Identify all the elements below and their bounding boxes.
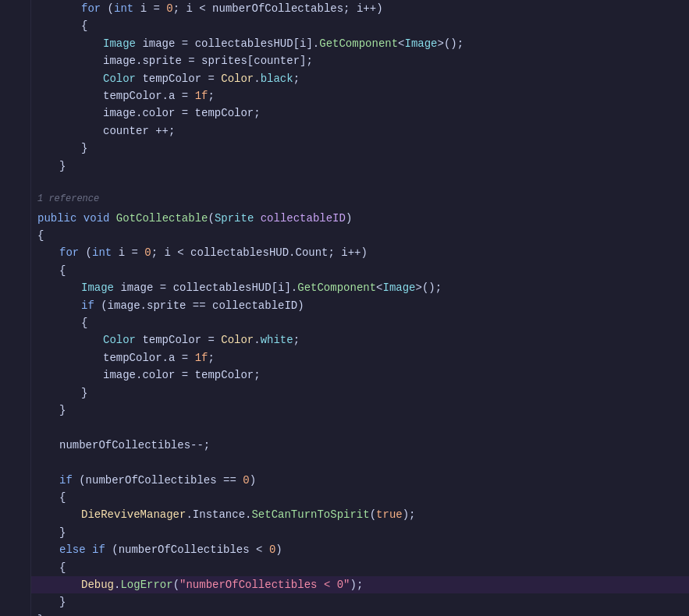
token-var: numberOfCollectibles [59,437,190,454]
token-punc: ); [403,506,416,523]
gutter-line [0,437,30,454]
code-line: { [31,227,689,244]
token-type: Color [103,331,136,349]
code-line: Color tempColor = Color.white; [31,331,689,349]
token-var [109,210,115,227]
gutter-line [0,0,30,17]
code-line: { [31,17,689,34]
token-type: Image [383,279,416,296]
token-kw: if [59,472,73,489]
token-punc: ; [204,437,210,454]
token-punc: ) [346,210,352,227]
token-kw: if [81,297,94,314]
token-bool: true [376,506,403,523]
token-punc: ( [208,210,214,227]
code-line: image.color = tempColor; [31,104,689,122]
code-line: Color tempColor = Color.black; [31,70,689,87]
gutter-line [0,210,30,227]
token-var: tempColor = [136,331,221,349]
code-line [31,454,689,471]
gutter-line [0,402,30,419]
code-line: if (image.sprite == collectableID) [31,297,689,314]
token-kw: int [114,0,133,17]
token-kw: if [92,541,105,558]
gutter-line [0,366,30,384]
token-kw: for [81,0,101,17]
code-line [31,175,689,192]
token-cls: Debug [81,576,114,593]
code-editor: for (int i = 0; i < numberOfCollectables… [0,0,689,616]
gutter-line [0,611,30,616]
token-punc: ; [293,331,300,349]
token-var [76,210,83,227]
token-var: tempColor = [136,70,221,87]
token-var: ; i < numberOfCollectables; i++ [173,0,376,17]
gutter-line [0,158,30,175]
token-op: -- [190,437,204,454]
token-punc: ; [208,87,214,104]
token-var: image = collectablesHUD[i]. [136,35,319,52]
token-punc: ) [250,472,256,489]
code-line: else if (numberOfCollectibles < 0) [31,541,689,558]
token-punc: >(); [438,35,464,52]
token-punc: >(); [416,279,442,296]
gutter-line [0,227,30,244]
token-punc: ) [275,541,282,558]
token-num: 0 [243,472,249,489]
gutter-line [0,384,30,402]
code-line: } [31,384,689,402]
gutter-line [0,472,30,489]
token-kw: else [59,541,86,558]
token-op: ++ [155,122,169,140]
gutter-line [0,192,30,209]
gutter-line [0,314,30,331]
token-punc: ( [370,506,376,523]
token-ref-label: 1 reference [37,192,99,207]
gutter-line [0,70,30,87]
gutter-line [0,489,30,506]
gutter-line [0,244,30,261]
gutter-line [0,419,30,436]
token-fn: SetCanTurnToSpirit [251,506,369,523]
gutter-line [0,331,30,349]
gutter-line [0,262,30,279]
token-var: image = collectablesHUD[i]. [114,279,297,296]
token-var: image.sprite = sprites[ [103,52,254,69]
code-line: image.color = tempColor; [31,366,689,384]
gutter-line [0,541,30,558]
gutter-line [0,140,30,157]
code-line: Image image = collectablesHUD[i].GetComp… [31,279,689,296]
token-punc: { [59,489,66,506]
token-prop: white [261,331,293,349]
gutter [0,0,31,616]
token-punc: } [81,140,87,157]
gutter-line [0,593,30,611]
gutter-line [0,122,30,140]
code-line: } [31,158,689,175]
code-area[interactable]: for (int i = 0; i < numberOfCollectables… [31,0,689,616]
token-punc: } [59,593,66,611]
token-punc: (numberOfCollectibles < [105,541,269,558]
token-var: image.color = tempColor; [103,366,261,384]
gutter-line [0,559,30,576]
token-fn: GetComponent [319,35,398,52]
token-punc: { [81,314,87,331]
code-line: { [31,262,689,279]
gutter-line [0,576,30,593]
token-punc: < [376,279,382,296]
gutter-line [0,297,30,314]
token-fn: LogError [120,576,172,593]
token-type: Sprite [215,210,254,227]
gutter-line [0,35,30,52]
token-var: counter [254,52,300,69]
gutter-line [0,17,30,34]
token-var: tempColor.a = [103,349,195,366]
token-punc: ( [79,244,92,261]
token-fn: GotCollectable [116,210,208,227]
token-kw: void [83,210,110,227]
token-punc: ) [361,244,368,261]
code-line: tempColor.a = 1f; [31,349,689,366]
code-line: { [31,559,689,576]
token-num: 0 [269,541,275,558]
token-punc: { [59,559,66,576]
